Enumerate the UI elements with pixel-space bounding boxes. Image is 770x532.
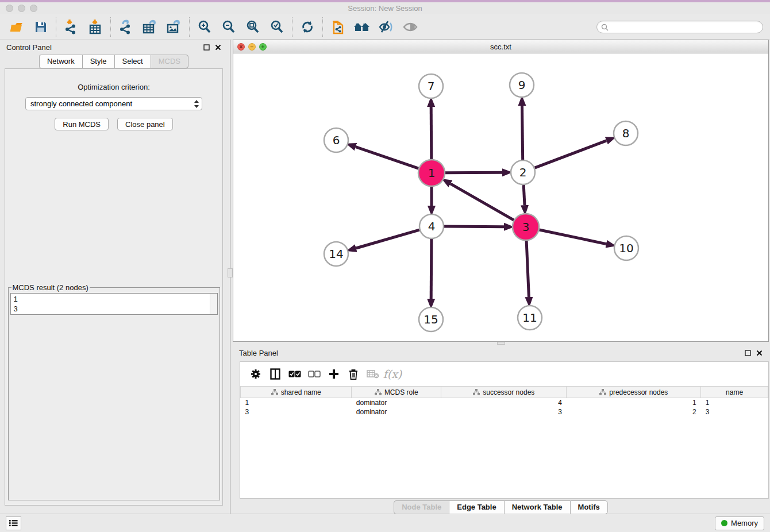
node-10[interactable]: 10 [614, 236, 638, 260]
edge-4-15[interactable] [431, 239, 432, 299]
export-image-button[interactable] [162, 16, 186, 38]
node-4[interactable]: 4 [419, 214, 444, 238]
splitter-grip[interactable] [497, 342, 505, 345]
table-panel-title: Table Panel [239, 349, 278, 357]
node-6[interactable]: 6 [324, 128, 348, 152]
run-mcds-button[interactable]: Run MCDS [55, 118, 109, 130]
hide-graphics-details-button[interactable] [374, 16, 398, 38]
refresh-view-button[interactable] [295, 16, 319, 38]
add-row-button[interactable] [324, 364, 344, 384]
minimize-window-button[interactable] [18, 5, 25, 12]
search-input[interactable] [611, 23, 759, 31]
column-pane-button[interactable] [265, 364, 285, 384]
table-cell[interactable]: 1 [701, 398, 768, 407]
float-panel-icon[interactable] [745, 350, 751, 356]
tab-motifs[interactable]: Motifs [570, 500, 608, 514]
delete-row-button[interactable] [344, 364, 363, 384]
maximize-window-button[interactable] [30, 5, 37, 12]
column-header-label: MCDS role [384, 388, 418, 396]
edge-4-3[interactable] [444, 226, 504, 227]
edge-1-7[interactable] [431, 107, 432, 159]
float-panel-icon[interactable] [203, 44, 210, 51]
edge-1-2[interactable] [445, 172, 502, 173]
node-1[interactable]: 1 [418, 160, 445, 186]
zoom-selected-button[interactable] [265, 16, 289, 38]
edge-3-1[interactable] [451, 184, 514, 220]
node-8[interactable]: 8 [614, 121, 638, 145]
table-row[interactable]: 3dominator323 [241, 407, 768, 417]
node-3[interactable]: 3 [513, 214, 539, 240]
column-header-predecessor-nodes[interactable]: predecessor nodes [567, 387, 701, 398]
tab-style[interactable]: Style [82, 55, 114, 68]
tab-network[interactable]: Network [39, 55, 82, 68]
edge-2-9[interactable] [522, 106, 523, 160]
import-table-button[interactable] [83, 16, 107, 38]
import-network-button[interactable] [59, 16, 83, 38]
close-panel-button[interactable]: Close panel [117, 118, 173, 130]
table-settings-button[interactable] [246, 364, 265, 384]
tab-edge-table[interactable]: Edge Table [449, 500, 503, 514]
save-session-button[interactable] [29, 16, 53, 38]
optimization-criterion-select[interactable]: strongly connected component [25, 97, 202, 110]
edge-3-11[interactable] [526, 241, 529, 297]
network-view-titlebar: × − + scc.txt [233, 40, 768, 53]
table-cell[interactable]: 3 [701, 407, 768, 417]
export-network-button[interactable] [114, 16, 138, 38]
copy-view-button[interactable] [326, 16, 350, 38]
show-graphics-button[interactable] [398, 16, 422, 38]
function-builder-button[interactable]: f(x) [383, 364, 402, 384]
splitter-grip[interactable] [228, 268, 233, 277]
open-session-button[interactable] [5, 16, 29, 38]
task-history-button[interactable] [6, 516, 21, 530]
table-cell[interactable]: 1 [241, 398, 352, 407]
edge-2-8[interactable] [535, 141, 607, 168]
table-cell[interactable]: dominator [352, 398, 441, 407]
delete-table-button[interactable] [363, 364, 383, 384]
table-cell[interactable]: dominator [352, 407, 441, 417]
table-cell[interactable]: 2 [567, 407, 701, 417]
column-header-name[interactable]: name [701, 387, 768, 398]
node-14[interactable]: 14 [324, 242, 348, 266]
table-cell[interactable]: 3 [241, 407, 352, 417]
tab-network-table[interactable]: Network Table [504, 500, 570, 514]
network-canvas-svg: 7968124314101511 [233, 53, 768, 341]
node-2[interactable]: 2 [511, 160, 535, 184]
result-scrollbar[interactable] [210, 294, 217, 314]
network-minimize-button[interactable]: − [248, 43, 256, 51]
node-9[interactable]: 9 [510, 73, 534, 97]
node-7[interactable]: 7 [419, 74, 443, 98]
node-15[interactable]: 15 [419, 307, 443, 331]
zoom-fit-button[interactable] [241, 16, 265, 38]
table-cell[interactable]: 3 [441, 407, 567, 417]
table-row[interactable]: 1dominator411 [241, 398, 768, 407]
zoom-out-button[interactable] [217, 16, 241, 38]
deselect-all-button[interactable] [305, 364, 324, 384]
close-panel-icon[interactable] [756, 350, 763, 356]
tab-select[interactable]: Select [114, 55, 151, 68]
network-maximize-button[interactable]: + [259, 43, 267, 51]
tab-node-table[interactable]: Node Table [394, 500, 449, 514]
reset-layout-home-button[interactable] [350, 16, 374, 38]
edge-2-3[interactable] [523, 185, 525, 205]
select-all-button[interactable] [285, 364, 305, 384]
table-cell[interactable]: 1 [567, 398, 701, 407]
node-table[interactable]: shared nameMCDS rolesuccessor nodesprede… [240, 386, 768, 417]
memory-button[interactable]: Memory [715, 516, 764, 530]
horizontal-splitter[interactable] [233, 342, 769, 345]
node-11[interactable]: 11 [518, 306, 542, 330]
column-header-MCDS-role[interactable]: MCDS role [352, 387, 441, 398]
close-panel-icon[interactable] [215, 44, 221, 51]
network-close-button[interactable]: × [237, 43, 245, 51]
vertical-splitter[interactable] [228, 40, 233, 514]
edge-1-6[interactable] [356, 147, 418, 169]
column-header-shared-name[interactable]: shared name [241, 387, 352, 398]
export-table-button[interactable] [138, 16, 162, 38]
edge-4-14[interactable] [356, 230, 419, 248]
tab-mcds[interactable]: MCDS [151, 55, 188, 68]
close-window-button[interactable] [6, 5, 13, 12]
column-header-successor-nodes[interactable]: successor nodes [441, 387, 567, 398]
edge-3-10[interactable] [540, 230, 606, 244]
network-canvas[interactable]: 7968124314101511 [233, 53, 768, 341]
table-cell[interactable]: 4 [441, 398, 567, 407]
zoom-in-button[interactable] [192, 16, 217, 38]
